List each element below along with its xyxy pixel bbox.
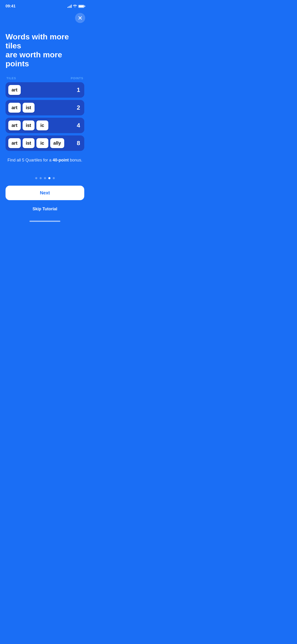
skip-tutorial-button[interactable]: Skip Tutorial: [6, 204, 84, 214]
status-bar: 09:41: [0, 0, 90, 11]
headline-line1: Words with more tiles: [6, 32, 69, 50]
dot-1: [35, 177, 37, 179]
table-headers: TILES POINTS: [6, 76, 84, 80]
bonus-bold: 40-point: [53, 158, 69, 162]
next-button[interactable]: Next: [6, 186, 84, 200]
tile-art-2: art: [8, 103, 21, 113]
tiles-group-1: art: [8, 85, 21, 95]
status-time: 09:41: [6, 4, 16, 8]
bottom-section: Next Skip Tutorial: [0, 184, 90, 219]
tiles-group-2: art ist: [8, 103, 34, 113]
bonus-suffix: bonus.: [69, 158, 82, 162]
dot-4-active: [48, 177, 50, 179]
tiles-group-4: art ist ic ally: [8, 138, 64, 148]
tile-ic-4: ic: [36, 138, 48, 148]
points-3: 4: [74, 122, 80, 129]
close-button[interactable]: [75, 13, 85, 23]
main-content: Words with more tiles are worth more poi…: [0, 23, 90, 163]
tile-ist-2: ist: [22, 103, 34, 113]
screen: 09:41: [0, 0, 90, 224]
wifi-icon: [73, 4, 77, 8]
home-indicator: [0, 221, 90, 224]
word-rows: art 1 art ist 2 art ist ic 4: [6, 82, 84, 151]
tile-ic-3: ic: [36, 120, 48, 130]
tiles-group-3: art ist ic: [8, 120, 48, 130]
tile-art-3: art: [8, 120, 21, 130]
tiles-header: TILES: [6, 76, 16, 80]
tile-ally-4: ally: [50, 138, 64, 148]
dot-3: [44, 177, 46, 179]
word-row-2: art ist 2: [6, 100, 84, 116]
home-bar: [30, 221, 60, 222]
dot-5: [53, 177, 55, 179]
headline: Words with more tiles are worth more poi…: [6, 32, 84, 68]
points-2: 2: [74, 104, 80, 111]
tile-ist-3: ist: [22, 120, 34, 130]
word-row-1: art 1: [6, 82, 84, 98]
battery-icon: [78, 5, 84, 8]
tile-art-1: art: [8, 85, 21, 95]
tile-art-4: art: [8, 138, 21, 148]
word-row-3: art ist ic 4: [6, 118, 84, 133]
dot-2: [40, 177, 42, 179]
signal-icon: [68, 4, 72, 8]
points-1: 1: [74, 86, 80, 94]
tile-ist-4: ist: [22, 138, 34, 148]
bonus-prefix: Find all 5 Quartiles for a: [7, 158, 52, 162]
word-row-4: art ist ic ally 8: [6, 136, 84, 151]
close-button-container: [0, 11, 90, 23]
bonus-text: Find all 5 Quartiles for a 40-point bonu…: [6, 157, 84, 163]
points-4: 8: [74, 140, 80, 147]
status-icons: [68, 4, 84, 8]
headline-line2: are worth more points: [6, 50, 62, 68]
points-header: POINTS: [71, 76, 83, 80]
pagination: [0, 177, 90, 179]
